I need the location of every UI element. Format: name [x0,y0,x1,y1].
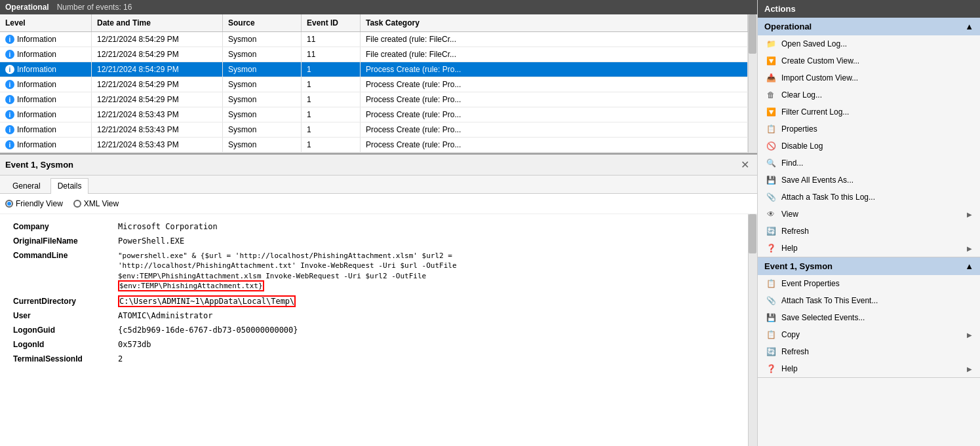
field-value-cell: PowerShell.EXE [113,234,749,248]
sidebar-item-0-8[interactable]: 💾 Save All Events As... [758,172,980,189]
cell-eventid: 11 [302,47,361,62]
xml-view-option[interactable]: XML View [73,199,119,208]
table-row[interactable]: i Information 12/21/2024 8:54:29 PM Sysm… [0,32,748,47]
table-row[interactable]: i Information 12/21/2024 8:53:43 PM Sysm… [0,122,748,138]
sidebar-item-0-2[interactable]: 📥 Import Custom View... [758,69,980,86]
sidebar-item-0-0[interactable]: 📁 Open Saved Log... [758,35,980,52]
cell-taskcategory: File created (rule: FileCr... [361,32,748,46]
sidebar-item-label: Refresh [781,227,972,236]
cell-datetime: 12/21/2024 8:53:43 PM [92,138,223,152]
tab-details[interactable]: Details [50,178,89,194]
sidebar-item-label: Save Selected Events... [781,313,972,322]
level-text: Information [17,110,56,119]
cell-source: Sysmon [223,62,302,77]
section-title: Event 1, Sysmon [764,261,833,271]
top-bar-title: Operational [5,3,49,12]
sidebar-item-1-1[interactable]: 📎 Attach Task To This Event... [758,292,980,309]
table-row[interactable]: i Information 12/21/2024 8:54:29 PM Sysm… [0,47,748,62]
sidebar-item-0-7[interactable]: 🔍 Find... [758,155,980,172]
sidebar-item-0-12[interactable]: ❓ Help ▶ [758,240,980,257]
detail-row: OriginalFileName PowerShell.EXE [8,234,749,248]
sidebar-item-1-4[interactable]: 🔄 Refresh [758,343,980,360]
sidebar-item-0-11[interactable]: 🔄 Refresh [758,223,980,240]
detail-scrollbar[interactable] [748,214,757,446]
close-button[interactable]: ✕ [738,158,752,171]
col-eventid: Event ID [302,14,361,31]
table-row[interactable]: i Information 12/21/2024 8:54:29 PM Sysm… [0,62,748,77]
field-label: User [8,308,113,323]
cell-level: i Information [0,77,92,92]
info-icon: i [5,35,14,44]
tab-general[interactable]: General [5,178,48,193]
cell-source: Sysmon [223,32,302,46]
field-value-cell: "powershell.exe" & {$url = 'http://local… [113,248,749,294]
submenu-arrow: ▶ [967,365,972,373]
friendly-view-label: Friendly View [16,199,63,208]
collapse-arrow: ▲ [965,261,973,271]
scroll-thumb[interactable] [749,14,756,54]
detail-tabs: General Details [0,176,757,194]
sidebar-item-1-5[interactable]: ❓ Help ▶ [758,360,980,377]
detail-scroll-thumb[interactable] [749,214,756,253]
cell-taskcategory: Process Create (rule: Pro... [361,92,748,107]
level-text: Information [17,125,56,134]
info-icon: i [5,140,14,149]
cell-eventid: 1 [302,138,361,152]
cell-datetime: 12/21/2024 8:53:43 PM [92,107,223,122]
table-row[interactable]: i Information 12/21/2024 8:54:29 PM Sysm… [0,92,748,107]
sidebar-item-0-6[interactable]: 🚫 Disable Log [758,138,980,155]
info-icon: i [5,110,14,119]
cell-level: i Information [0,62,92,77]
sidebar-item-1-2[interactable]: 💾 Save Selected Events... [758,309,980,326]
clear-icon: 🗑 [766,90,776,100]
cell-source: Sysmon [223,47,302,62]
cell-datetime: 12/21/2024 8:54:29 PM [92,47,223,62]
col-source: Source [223,14,302,31]
sidebar-section-header-1[interactable]: Event 1, Sysmon▲ [758,257,980,275]
sidebar-section-header-0[interactable]: Operational▲ [758,18,980,35]
refresh-icon: 🔄 [766,226,776,236]
cell-source: Sysmon [223,138,302,152]
field-label: CurrentDirectory [8,294,113,308]
sidebar-item-label: Open Saved Log... [781,39,972,48]
table-row[interactable]: i Information 12/21/2024 8:53:43 PM Sysm… [0,138,748,153]
sidebar-item-1-0[interactable]: 📋 Event Properties [758,275,980,292]
sidebar-item-label: Find... [781,158,972,168]
cell-eventid: 1 [302,122,361,137]
help-icon: ❓ [766,243,776,253]
event-props-icon: 📋 [766,278,776,289]
table-row[interactable]: i Information 12/21/2024 8:54:29 PM Sysm… [0,77,748,92]
sidebar-item-0-4[interactable]: 🔽 Filter Current Log... [758,103,980,121]
sidebar-item-0-1[interactable]: 🔽 Create Custom View... [758,52,980,69]
xml-view-radio[interactable] [73,200,81,208]
cell-taskcategory: Process Create (rule: Pro... [361,77,748,92]
info-icon: i [5,80,14,89]
field-value-cell: 2 [113,352,749,366]
table-body[interactable]: i Information 12/21/2024 8:54:29 PM Sysm… [0,32,748,153]
detail-row: TerminalSessionId 2 [8,352,749,366]
detail-content[interactable]: Company Microsoft Corporation OriginalFi… [0,214,757,446]
detail-panel: Event 1, Sysmon ✕ General Details Friend… [0,153,757,446]
sidebar-item-0-9[interactable]: 📎 Attach a Task To this Log... [758,189,980,206]
cell-taskcategory: Process Create (rule: Pro... [361,62,748,77]
table-row[interactable]: i Information 12/21/2024 8:53:43 PM Sysm… [0,107,748,122]
info-icon: i [5,65,14,74]
cell-source: Sysmon [223,92,302,107]
sidebar-item-0-5[interactable]: 📋 Properties [758,121,980,138]
save2-icon: 💾 [766,312,776,323]
sidebar-item-0-3[interactable]: 🗑 Clear Log... [758,86,980,103]
main-area: Operational Number of events: 16 Level D… [0,0,757,446]
sidebar-item-0-10[interactable]: 👁 View ▶ [758,206,980,223]
level-text: Information [17,95,56,104]
friendly-view-radio[interactable] [5,200,13,208]
friendly-view-option[interactable]: Friendly View [5,199,63,208]
field-label: CommandLine [8,248,113,294]
table-header: Level Date and Time Source Event ID Task… [0,14,748,32]
level-text: Information [17,50,56,59]
col-taskcategory: Task Category [361,14,748,31]
col-level: Level [0,14,92,31]
table-wrapper: Level Date and Time Source Event ID Task… [0,14,757,153]
table-scrollbar[interactable] [748,14,757,153]
submenu-arrow: ▶ [967,331,972,339]
sidebar-item-1-3[interactable]: 📋 Copy ▶ [758,326,980,343]
